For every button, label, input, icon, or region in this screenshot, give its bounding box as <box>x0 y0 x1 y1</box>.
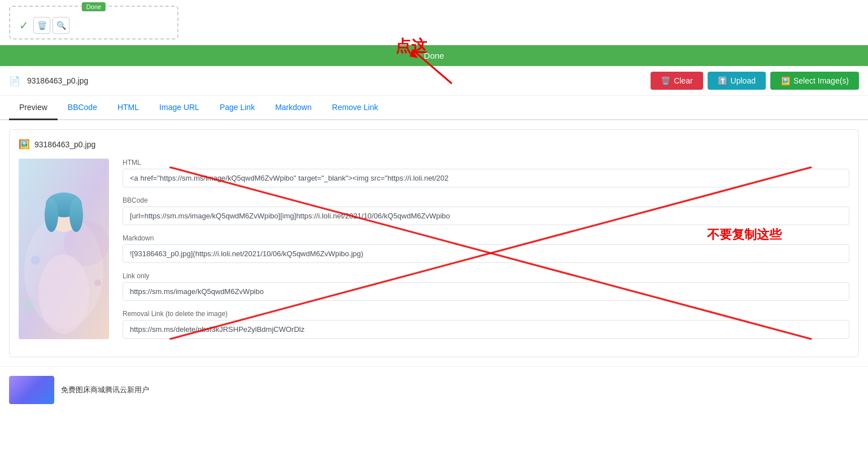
tabs-bar: Preview BBCode HTML Image URL Page Link … <box>0 96 868 120</box>
result-title-text: 93186463_p0.jpg <box>34 140 95 149</box>
page-wrapper: Done ✓ 🗑️ 🔍 Done 📄 93186463_p0.jpg 点这 <box>0 0 868 469</box>
preview-svg <box>19 159 109 339</box>
image-preview <box>19 159 109 339</box>
upload-label: Upload <box>731 76 756 85</box>
fields-section: HTML BBCode Markdown Link only <box>123 159 849 348</box>
tab-html[interactable]: HTML <box>107 96 149 120</box>
clear-label: Clear <box>674 76 692 85</box>
svg-point-6 <box>38 255 89 334</box>
delete-file-button[interactable]: 🗑️ <box>33 17 50 34</box>
promo-area: 免费图床商城腾讯云新用户 <box>0 366 868 413</box>
image-preview-placeholder <box>19 159 109 339</box>
tab-preview[interactable]: Preview <box>9 96 58 120</box>
tab-remove-link[interactable]: Remove Link <box>322 96 389 120</box>
tab-markdown[interactable]: Markdown <box>265 96 322 120</box>
result-title: 🖼️ 93186463_p0.jpg <box>19 139 849 150</box>
tab-page-link[interactable]: Page Link <box>210 96 265 120</box>
markdown-field-input[interactable] <box>123 244 849 263</box>
done-badge: Done <box>82 2 106 11</box>
markdown-field-label: Markdown <box>123 234 849 242</box>
clear-button[interactable]: 🗑️ Clear <box>651 72 703 90</box>
select-images-label: Select Image(s) <box>793 76 849 85</box>
svg-point-9 <box>45 198 58 232</box>
upload-dropzone[interactable]: Done ✓ 🗑️ 🔍 <box>9 6 178 40</box>
tab-image-url[interactable]: Image URL <box>149 96 210 120</box>
promo-thumbnail <box>9 376 54 404</box>
markdown-field-group: Markdown <box>123 234 849 263</box>
html-field-label: HTML <box>123 159 849 166</box>
dropzone-actions: 🗑️ 🔍 <box>33 17 69 34</box>
upload-area-top: Done ✓ 🗑️ 🔍 <box>0 0 868 45</box>
svg-point-13 <box>24 300 36 311</box>
bbcode-field-group: BBCode <box>123 196 849 225</box>
removal-field-input[interactable] <box>123 320 849 339</box>
image-icon: 🖼️ <box>780 76 790 85</box>
svg-point-11 <box>31 256 40 265</box>
bbcode-field-label: BBCode <box>123 196 849 204</box>
file-row: 📄 93186463_p0.jpg 点这 🗑️ Clear ⬆️ Upload <box>0 66 868 96</box>
link-only-field-input[interactable] <box>123 282 849 301</box>
removal-field-label: Removal Link (to delete the image) <box>123 310 849 318</box>
bbcode-field-input[interactable] <box>123 207 849 225</box>
preview-file-button[interactable]: 🔍 <box>53 17 69 34</box>
upload-icon: ⬆️ <box>718 76 727 85</box>
promo-text: 免费图床商城腾讯云新用户 <box>61 385 149 395</box>
content-area: 🖼️ 93186463_p0.jpg <box>0 120 868 366</box>
result-body-wrapper: HTML BBCode Markdown Link only <box>19 159 849 348</box>
link-only-field-group: Link only <box>123 272 849 301</box>
link-only-field-label: Link only <box>123 272 849 280</box>
svg-point-12 <box>94 279 101 286</box>
select-images-button[interactable]: 🖼️ Select Image(s) <box>770 72 859 90</box>
action-buttons: 🗑️ Clear ⬆️ Upload 🖼️ Select Image(s) <box>651 72 859 90</box>
svg-point-10 <box>69 198 83 232</box>
result-body: HTML BBCode Markdown Link only <box>19 159 849 348</box>
file-icon: 📄 <box>9 76 20 86</box>
result-title-icon: 🖼️ <box>19 139 30 150</box>
done-bar: Done <box>0 45 868 66</box>
file-name: 93186463_p0.jpg <box>27 76 332 85</box>
html-field-input[interactable] <box>123 169 849 187</box>
html-field-group: HTML <box>123 159 849 187</box>
removal-field-group: Removal Link (to delete the image) <box>123 310 849 339</box>
upload-button[interactable]: ⬆️ Upload <box>708 72 766 90</box>
tab-bbcode[interactable]: BBCode <box>58 96 107 120</box>
check-icon: ✓ <box>19 19 29 32</box>
done-bar-label: Done <box>424 51 444 60</box>
image-result-box: 🖼️ 93186463_p0.jpg <box>9 129 859 357</box>
trash-icon: 🗑️ <box>661 76 670 85</box>
